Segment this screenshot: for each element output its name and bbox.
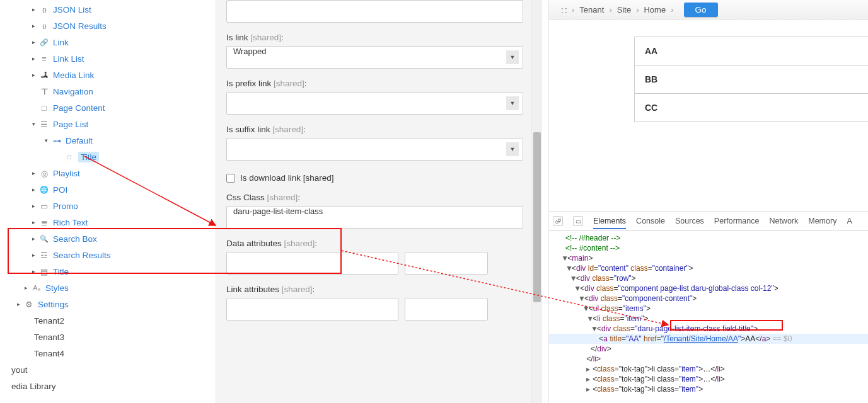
dom-line[interactable]: ▼<div class="component page-list daru-gl… (549, 283, 868, 293)
tree-item-page-list[interactable]: Page List (0, 116, 216, 132)
caret-right-icon[interactable] (30, 72, 37, 78)
tree-item-label: Tenant3 (34, 332, 64, 342)
dom-line[interactable]: <!-- #content --> (549, 243, 868, 253)
caret-right-icon[interactable] (30, 236, 37, 242)
caret-right-icon[interactable] (30, 252, 37, 258)
dom-line[interactable]: ▼<div class="component-content"> (549, 293, 868, 304)
caret-down-icon[interactable] (43, 137, 49, 144)
caret-right-icon[interactable] (15, 301, 21, 307)
dom-line[interactable]: <!-- /#header --> (549, 233, 868, 243)
caret-right-icon[interactable] (30, 6, 37, 13)
crumb-site[interactable]: Site (617, 5, 631, 14)
list-item[interactable]: CC (635, 94, 868, 122)
tab-memory[interactable]: Memory (808, 213, 836, 229)
data-attr-name-input[interactable] (226, 252, 398, 275)
tree-item-title[interactable]: Title (0, 263, 216, 280)
dom-line[interactable]: ▸<class="tok-tag">li class="item">…</li> (549, 374, 868, 384)
crumb-home[interactable]: Home (644, 5, 666, 14)
tree-item-json-list[interactable]: JSON List (0, 1, 216, 18)
tab-sources[interactable]: Sources (675, 213, 704, 229)
tree-item-tenant4[interactable]: Tenant4 (0, 345, 216, 361)
tree-item-edia-library[interactable]: edia Library (0, 378, 216, 394)
tree-item-rich-text[interactable]: Rich Text (0, 214, 216, 230)
caret-right-icon[interactable] (30, 203, 37, 209)
tree-item-search-results[interactable]: Search Results (0, 247, 216, 263)
page-icon (39, 103, 49, 113)
tab-elements[interactable]: Elements (593, 213, 626, 229)
chevron-down-icon: ▼ (506, 142, 519, 156)
tree-item-tenant2[interactable]: Tenant2 (0, 312, 216, 329)
is-link-label: Is link [shared]: (226, 33, 523, 42)
list-item[interactable]: AA (635, 37, 868, 65)
is-prefix-link-select[interactable]: ▼ (226, 92, 523, 115)
dom-line[interactable]: ▼<div id="content" class="container"> (549, 263, 868, 273)
scrollbar-thumb[interactable] (533, 132, 541, 302)
titlemod-icon (39, 266, 49, 276)
tree-item-search-box[interactable]: Search Box (0, 230, 216, 247)
css-class-input[interactable]: daru-page-list-item-class (226, 206, 523, 229)
data-attr-value-input[interactable] (405, 252, 488, 275)
dom-line[interactable]: ▼<div class="row"> (549, 273, 868, 283)
caret-right-icon[interactable] (30, 186, 37, 193)
link-attr-value-input[interactable] (405, 298, 488, 321)
first-text-input[interactable] (226, 0, 523, 23)
is-download-link-checkbox[interactable] (226, 174, 235, 183)
link-attr-name-input[interactable] (226, 298, 398, 321)
caret-down-icon[interactable] (30, 121, 37, 127)
tree-item-playlist[interactable]: Playlist (0, 165, 216, 181)
tree-item-link[interactable]: Link (0, 34, 216, 50)
tree-item-styles[interactable]: Styles (0, 280, 216, 296)
dom-line[interactable]: ▼<div class="daru-page-list-item-class f… (549, 324, 868, 334)
tab-console[interactable]: Console (636, 213, 665, 229)
tree-item-poi[interactable]: POI (0, 181, 216, 198)
caret-right-icon[interactable] (30, 39, 37, 45)
rich-icon (39, 217, 49, 227)
tab-network[interactable]: Network (769, 213, 798, 229)
caret-right-icon[interactable] (30, 23, 37, 29)
dom-line[interactable]: <a title="AA" href="/Tenant/Site/Home/AA… (549, 334, 868, 344)
tree-item-link-list[interactable]: Link List (0, 50, 216, 67)
list-item[interactable]: BB (635, 65, 868, 94)
tree-item-default[interactable]: Default (0, 132, 216, 149)
sitemap-icon[interactable]: ⸬ (562, 6, 567, 14)
go-button[interactable]: Go (684, 3, 718, 17)
dom-line[interactable]: </li> (549, 354, 868, 364)
tree-item-promo[interactable]: Promo (0, 198, 216, 214)
caret-none-icon (3, 366, 9, 373)
is-link-select[interactable]: Wrapped ▼ (226, 46, 523, 69)
tree-item-json-results[interactable]: JSON Results (0, 18, 216, 34)
is-download-link-label: Is download link [shared] (240, 173, 334, 183)
caret-right-icon[interactable] (30, 268, 37, 275)
device-toggle-icon[interactable]: ▭ (573, 216, 583, 226)
dom-line[interactable]: ▼<main> (549, 253, 868, 263)
is-suffix-link-select[interactable]: ▼ (226, 138, 523, 161)
dom-line[interactable]: ▸<class="tok-tag">li class="item">…</li> (549, 364, 868, 374)
tree-item-label: Promo (53, 202, 78, 211)
tree-item-media-link[interactable]: Media Link (0, 67, 216, 83)
tree-item-page-content[interactable]: Page Content (0, 99, 216, 116)
caret-right-icon[interactable] (23, 285, 29, 291)
tree-item-title[interactable]: Title (0, 149, 216, 165)
dom-line[interactable]: ▸<class="tok-tag">li class="item"> (549, 384, 868, 394)
tree-item-yout[interactable]: yout (0, 361, 216, 378)
tree-item-label: Link List (53, 54, 84, 64)
tree-item-settings[interactable]: Settings (0, 296, 216, 312)
dom-line[interactable]: ▼<ul class="items"> (549, 304, 868, 314)
crumb-tenant[interactable]: Tenant (579, 5, 604, 14)
tree-item-label: Media Link (53, 71, 94, 80)
tree-item-navigation[interactable]: Navigation (0, 83, 216, 99)
caret-right-icon[interactable] (30, 219, 37, 225)
dom-line[interactable]: ▼<li class="item"> (549, 314, 868, 324)
inspect-icon[interactable]: ⮰ (553, 216, 563, 226)
tree-item-tenant3[interactable]: Tenant3 (0, 329, 216, 345)
chevron-down-icon: ▼ (506, 50, 519, 64)
tab-more[interactable]: A (847, 213, 852, 229)
dom-tree[interactable]: <!-- /#header --> <!-- #content --> ▼<ma… (549, 230, 868, 403)
caret-right-icon[interactable] (30, 170, 37, 176)
tree-item-label: edia Library (11, 382, 56, 391)
dom-line[interactable]: </div> (549, 344, 868, 354)
tree-item-label: Title (53, 267, 69, 276)
form-scrollbar[interactable] (531, 0, 542, 403)
caret-right-icon[interactable] (30, 55, 37, 62)
tab-performance[interactable]: Performance (714, 213, 760, 229)
